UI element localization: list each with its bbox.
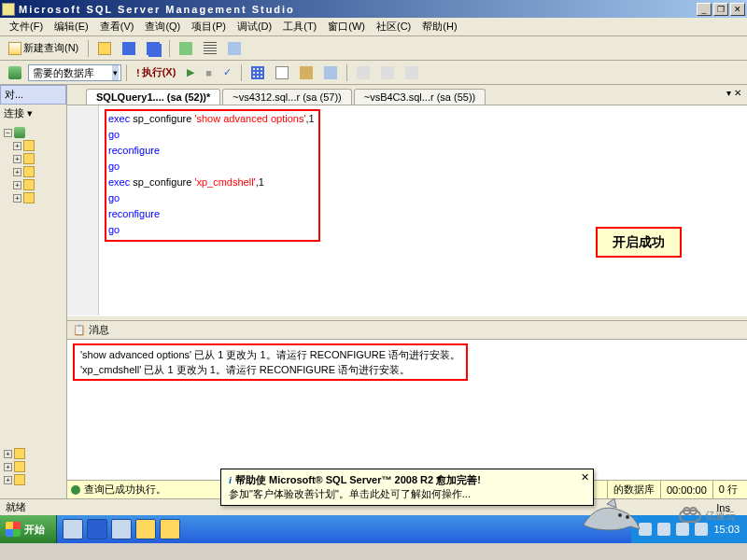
properties-icon (228, 42, 241, 55)
status-rows: 0 行 (712, 481, 743, 498)
tab-sqlquery1[interactable]: SQLQuery1.... (sa (52))* (86, 89, 220, 105)
database-combo[interactable]: 需要的数据库 (28, 64, 121, 81)
btn-open[interactable] (93, 39, 116, 58)
close-button[interactable]: ✕ (730, 3, 745, 16)
parse-button[interactable]: ✓ (218, 63, 236, 81)
folder-icon (23, 153, 35, 164)
btn-activity[interactable] (175, 39, 197, 58)
messages-pane[interactable]: 'show advanced options' 已从 1 更改为 1。请运行 R… (67, 340, 747, 480)
btn-outdent[interactable] (401, 63, 423, 82)
plan-icon (324, 66, 337, 79)
minimize-button[interactable]: _ (697, 3, 712, 16)
menu-tool[interactable]: 工具(T) (277, 18, 322, 35)
object-explorer: 对... 连接 ▾ − + + + + + + + + (0, 85, 67, 498)
object-tree[interactable]: − + + + + + + + + (0, 122, 66, 490)
tray-network-icon[interactable] (695, 523, 708, 536)
btn-list[interactable] (199, 39, 221, 58)
btn-save[interactable] (118, 39, 140, 58)
clock[interactable]: 15:03 (713, 524, 740, 535)
execute-label: 执行(X) (142, 65, 176, 79)
expand-icon[interactable]: + (13, 168, 21, 176)
menu-window[interactable]: 窗口(W) (322, 18, 371, 35)
ql-explorer-icon[interactable] (63, 519, 83, 539)
folder-icon (23, 179, 35, 190)
new-query-icon (8, 42, 21, 55)
btn-text[interactable] (271, 63, 293, 82)
saveall-icon (147, 42, 160, 55)
new-query-button[interactable]: 新建查询(N) (4, 38, 83, 58)
menubar: 文件(F) 编辑(E) 查看(V) 查询(Q) 项目(P) 调试(D) 工具(T… (0, 18, 747, 36)
ql-ssms-icon[interactable] (160, 519, 180, 539)
windows-icon (6, 522, 21, 537)
execute-icon: ! (136, 67, 140, 78)
save-icon (122, 42, 135, 55)
sql-editor[interactable]: exec sp_configure 'show advanced options… (99, 105, 747, 315)
new-query-label: 新建查询(N) (23, 41, 78, 55)
indent-icon (381, 66, 394, 79)
expand-icon[interactable]: + (13, 194, 21, 203)
folder-icon (23, 166, 35, 177)
svg-point-0 (618, 513, 622, 517)
window-title: Microsoft SQL Server Management Studio (19, 4, 695, 15)
success-icon (71, 485, 80, 495)
grid-icon (251, 66, 264, 79)
check-icon: ✓ (223, 66, 232, 78)
connect-dropdown[interactable]: 连接 ▾ (0, 105, 66, 122)
expand-icon[interactable]: + (4, 476, 12, 484)
folder-icon (14, 448, 25, 459)
expand-icon[interactable]: + (13, 155, 21, 163)
menu-query[interactable]: 查询(Q) (139, 18, 186, 35)
balloon-tip[interactable]: ✕ i帮助使 Microsoft® SQL Server™ 2008 R2 愈加… (220, 469, 594, 506)
ql-desktop-icon[interactable] (111, 519, 132, 539)
start-button[interactable]: 开始 (0, 515, 57, 543)
menu-project[interactable]: 项目(P) (186, 18, 232, 35)
highlight-box-messages: 'show advanced options' 已从 1 更改为 1。请运行 R… (73, 343, 468, 381)
btn-saveall[interactable] (142, 39, 164, 58)
btn-prop[interactable] (223, 39, 246, 58)
btn-db[interactable] (4, 63, 26, 82)
tab-close-button[interactable]: ▾ ✕ (726, 88, 741, 98)
shark-mascot (579, 497, 644, 534)
maximize-button[interactable]: ❐ (713, 3, 728, 16)
stop-button[interactable]: ■ (201, 64, 217, 81)
menu-view[interactable]: 查看(V) (94, 18, 140, 35)
ready-label: 就绪 (6, 500, 26, 514)
menu-debug[interactable]: 调试(D) (232, 18, 277, 35)
tab-vs4312[interactable]: ~vs4312.sql...r (sa (57)) (222, 89, 351, 105)
execute-button[interactable]: ! 执行(X) (132, 63, 180, 82)
messages-tab[interactable]: 📋 消息 (67, 321, 747, 340)
info-icon: i (229, 474, 232, 485)
expand-icon[interactable]: + (4, 463, 12, 471)
btn-indent[interactable] (376, 63, 399, 82)
expand-icon[interactable]: + (13, 181, 21, 189)
comment-icon (357, 66, 370, 79)
tray-volume-icon[interactable] (676, 523, 689, 536)
watermark-logo: 亿速云 (679, 509, 736, 523)
balloon-close-icon[interactable]: ✕ (581, 471, 589, 483)
ql-powershell-icon[interactable] (87, 519, 107, 539)
collapse-icon[interactable]: − (4, 129, 12, 137)
menu-community[interactable]: 社区(C) (371, 18, 416, 35)
btn-grid[interactable] (247, 63, 269, 82)
database-icon (8, 66, 21, 79)
tab-vsb4c3[interactable]: ~vsB4C3.sql...r (sa (55)) (354, 89, 486, 105)
folder-icon (14, 474, 25, 485)
menu-edit[interactable]: 编辑(E) (49, 18, 94, 35)
folder-icon (14, 461, 25, 472)
btn-r4[interactable] (319, 63, 342, 82)
menu-file[interactable]: 文件(F) (4, 18, 49, 35)
quick-launch (57, 519, 186, 539)
ql-folder-icon[interactable] (135, 519, 156, 539)
btn-r3[interactable] (295, 63, 317, 82)
activity-icon (179, 42, 192, 55)
editor-tabs: SQLQuery1.... (sa (52))* ~vs4312.sql...r… (67, 85, 747, 105)
debug-button[interactable]: ▶ (182, 63, 199, 81)
toolbar-sql: 需要的数据库 ! 执行(X) ▶ ■ ✓ (0, 61, 747, 85)
menu-help[interactable]: 帮助(H) (416, 18, 462, 35)
btn-comment[interactable] (352, 63, 374, 82)
tray-icon[interactable] (657, 523, 670, 536)
highlight-box-code: exec sp_configure 'show advanced options… (105, 109, 320, 242)
expand-icon[interactable]: + (13, 142, 21, 150)
status-time: 00:00:00 (660, 481, 712, 498)
expand-icon[interactable]: + (4, 450, 12, 458)
